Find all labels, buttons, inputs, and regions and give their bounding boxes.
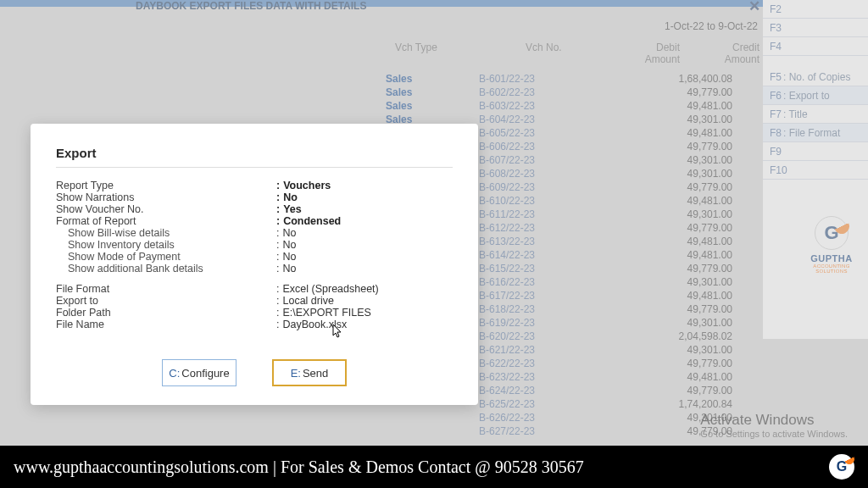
send-label: Send (303, 367, 328, 380)
field-value: :Vouchers (276, 180, 453, 191)
field-label: File Name (56, 319, 276, 330)
field-value: :E:\EXPORT FILES (276, 307, 453, 319)
field-value: :No (276, 239, 453, 251)
footer-text: www.gupthaaccountingsolutions.com | For … (14, 458, 584, 477)
field-label: Show Inventory details (56, 239, 276, 251)
field-value: :Yes (276, 203, 453, 215)
configure-button[interactable]: C: Configure (162, 359, 236, 386)
field-value: :Local drive (276, 295, 453, 307)
footer-logo-icon: G (829, 454, 854, 480)
configure-prefix: C: (169, 367, 180, 380)
field-value: :No (276, 227, 453, 239)
field-value: :No (276, 191, 453, 203)
field-label: File Format (56, 283, 276, 295)
field-label: Folder Path (56, 307, 276, 319)
field-value: :No (276, 251, 453, 263)
configure-label: Configure (181, 367, 229, 380)
field-label: Export to (56, 295, 276, 307)
field-label: Show additional Bank details (56, 263, 276, 274)
field-label: Show Bill-wise details (56, 227, 276, 239)
field-value: :Condensed (276, 215, 453, 227)
export-dialog: Export Report Type:VouchersShow Narratio… (31, 124, 478, 405)
activate-line2: Go to Settings to activate Windows. (700, 429, 848, 439)
field-label: Show Narrations (56, 191, 276, 203)
footer-bar: www.gupthaaccountingsolutions.com | For … (0, 446, 868, 488)
field-value: :No (276, 263, 453, 274)
field-value: :DayBook.xlsx (276, 319, 453, 330)
send-button[interactable]: E: Send (272, 359, 347, 386)
field-label: Show Voucher No. (56, 203, 276, 215)
field-label: Show Mode of Payment (56, 251, 276, 263)
field-value: :Excel (Spreadsheet) (276, 283, 453, 295)
send-prefix: E: (291, 367, 301, 380)
dialog-title: Export (56, 146, 453, 168)
activate-line1: Activate Windows (700, 412, 848, 429)
field-label: Format of Report (56, 215, 276, 227)
field-label: Report Type (56, 180, 276, 191)
activate-windows-watermark: Activate Windows Go to Settings to activ… (700, 412, 848, 439)
